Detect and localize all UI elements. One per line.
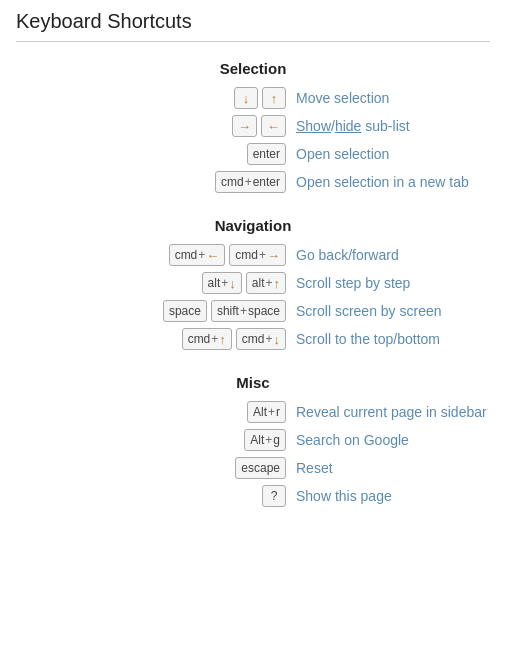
key-badge: ? bbox=[262, 485, 286, 507]
shortcut-row: Alt + rReveal current page in sidebar bbox=[16, 401, 490, 423]
key-badge: ↓ bbox=[234, 87, 258, 109]
keys-group: Alt + r bbox=[116, 401, 286, 423]
shortcut-description: Show this page bbox=[296, 488, 392, 504]
keys-group: →← bbox=[116, 115, 286, 137]
shortcut-row: enterOpen selection bbox=[16, 143, 490, 165]
shortcut-row: cmd + enterOpen selection in a new tab bbox=[16, 171, 490, 193]
shortcut-row: escapeReset bbox=[16, 457, 490, 479]
keys-group: cmd + ↑cmd + ↓ bbox=[116, 328, 286, 350]
section-selection: Selection↓↑Move selection→←Show/hide sub… bbox=[16, 60, 490, 193]
shortcut-row: ?Show this page bbox=[16, 485, 490, 507]
shortcut-description: Go back/forward bbox=[296, 247, 399, 263]
key-badge: enter bbox=[247, 143, 286, 165]
shortcut-description: Show/hide sub-list bbox=[296, 118, 410, 134]
key-badge: cmd + enter bbox=[215, 171, 286, 193]
page-title: Keyboard Shortcuts bbox=[16, 10, 490, 42]
shortcut-description: Scroll screen by screen bbox=[296, 303, 442, 319]
section-title-navigation: Navigation bbox=[16, 217, 490, 234]
shortcut-row: spaceshift + spaceScroll screen by scree… bbox=[16, 300, 490, 322]
keys-group: cmd + ←cmd + → bbox=[116, 244, 286, 266]
keys-group: Alt + g bbox=[116, 429, 286, 451]
shortcut-row: cmd + ←cmd + →Go back/forward bbox=[16, 244, 490, 266]
key-badge: alt + ↓ bbox=[202, 272, 242, 294]
shortcut-row: cmd + ↑cmd + ↓Scroll to the top/bottom bbox=[16, 328, 490, 350]
key-badge: cmd + ↑ bbox=[182, 328, 232, 350]
shortcut-description: Scroll to the top/bottom bbox=[296, 331, 440, 347]
keys-group: ? bbox=[116, 485, 286, 507]
key-badge: space bbox=[163, 300, 207, 322]
shortcut-description: Reveal current page in sidebar bbox=[296, 404, 487, 420]
key-badge: alt + ↑ bbox=[246, 272, 286, 294]
keys-group: enter bbox=[116, 143, 286, 165]
shortcut-description: Scroll step by step bbox=[296, 275, 410, 291]
section-title-selection: Selection bbox=[16, 60, 490, 77]
shortcut-description: Search on Google bbox=[296, 432, 409, 448]
shortcut-description: Open selection in a new tab bbox=[296, 174, 469, 190]
keys-group: alt + ↓alt + ↑ bbox=[116, 272, 286, 294]
keys-group: cmd + enter bbox=[116, 171, 286, 193]
shortcut-row: alt + ↓alt + ↑Scroll step by step bbox=[16, 272, 490, 294]
shortcut-row: Alt + gSearch on Google bbox=[16, 429, 490, 451]
shortcut-row: →←Show/hide sub-list bbox=[16, 115, 490, 137]
shortcut-description: Open selection bbox=[296, 146, 389, 162]
key-badge: → bbox=[232, 115, 257, 137]
key-badge: Alt + g bbox=[244, 429, 286, 451]
key-badge: cmd + → bbox=[229, 244, 286, 266]
shortcut-description: Reset bbox=[296, 460, 333, 476]
keys-group: ↓↑ bbox=[116, 87, 286, 109]
shortcut-description: Move selection bbox=[296, 90, 389, 106]
key-badge: ← bbox=[261, 115, 286, 137]
key-badge: ↑ bbox=[262, 87, 286, 109]
key-badge: escape bbox=[235, 457, 286, 479]
keys-group: spaceshift + space bbox=[116, 300, 286, 322]
key-badge: cmd + ← bbox=[169, 244, 226, 266]
shortcut-row: ↓↑Move selection bbox=[16, 87, 490, 109]
section-misc: MiscAlt + rReveal current page in sideba… bbox=[16, 374, 490, 507]
section-navigation: Navigationcmd + ←cmd + →Go back/forwarda… bbox=[16, 217, 490, 350]
section-title-misc: Misc bbox=[16, 374, 490, 391]
key-badge: cmd + ↓ bbox=[236, 328, 286, 350]
key-badge: shift + space bbox=[211, 300, 286, 322]
keys-group: escape bbox=[116, 457, 286, 479]
key-badge: Alt + r bbox=[247, 401, 286, 423]
